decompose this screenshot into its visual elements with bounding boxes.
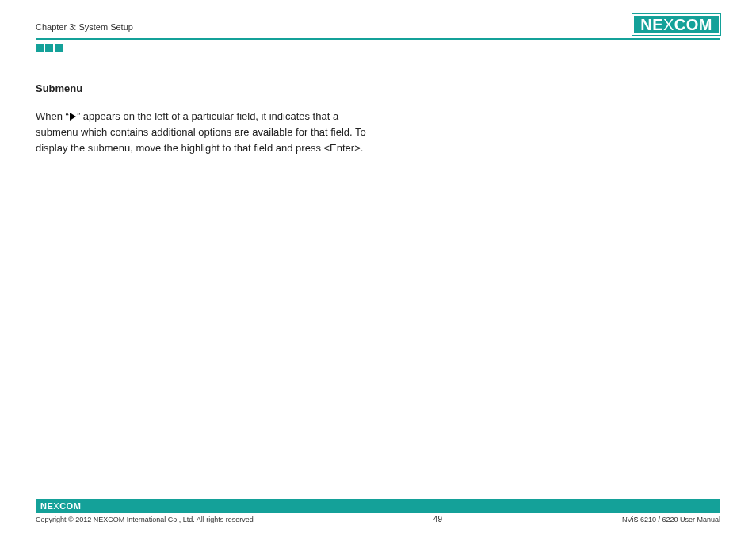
copyright-text: Copyright © 2012 NEXCOM International Co… <box>36 516 254 523</box>
logo-text-part2: COM <box>674 16 712 34</box>
chapter-title: Chapter 3: System Setup <box>36 22 133 35</box>
footer-logo-part2: COM <box>59 501 81 511</box>
header-divider <box>36 38 720 40</box>
body-paragraph: When “” appears on the left of a particu… <box>36 109 376 156</box>
logo-text-mid: X <box>663 16 674 34</box>
para-text-pre: When “ <box>36 110 69 122</box>
page-header: Chapter 3: System Setup NEXCOM <box>36 14 720 35</box>
square-icon <box>55 44 63 52</box>
para-text-post: ” appears on the left of a particular fi… <box>36 110 366 154</box>
document-title: NViS 6210 / 6220 User Manual <box>622 516 720 523</box>
triangle-right-icon <box>69 113 77 121</box>
main-content: Submenu When “” appears on the left of a… <box>36 82 376 156</box>
svg-marker-0 <box>70 113 76 121</box>
footer-logo-mid: X <box>53 501 59 511</box>
decorative-squares <box>36 44 720 52</box>
footer-logo: NEXCOM <box>40 501 81 511</box>
footer-bar: NEXCOM <box>36 499 720 513</box>
square-icon <box>36 44 44 52</box>
square-icon <box>45 44 53 52</box>
page-container: Chapter 3: System Setup NEXCOM Submenu W… <box>0 0 756 533</box>
brand-logo: NEXCOM <box>632 14 720 35</box>
footer-logo-part1: NE <box>40 501 53 511</box>
logo-text-part1: NE <box>640 16 663 34</box>
section-heading: Submenu <box>36 82 376 94</box>
page-footer: NEXCOM Copyright © 2012 NEXCOM Internati… <box>36 499 720 523</box>
page-number: 49 <box>433 515 442 523</box>
footer-info-line: Copyright © 2012 NEXCOM International Co… <box>36 515 720 523</box>
